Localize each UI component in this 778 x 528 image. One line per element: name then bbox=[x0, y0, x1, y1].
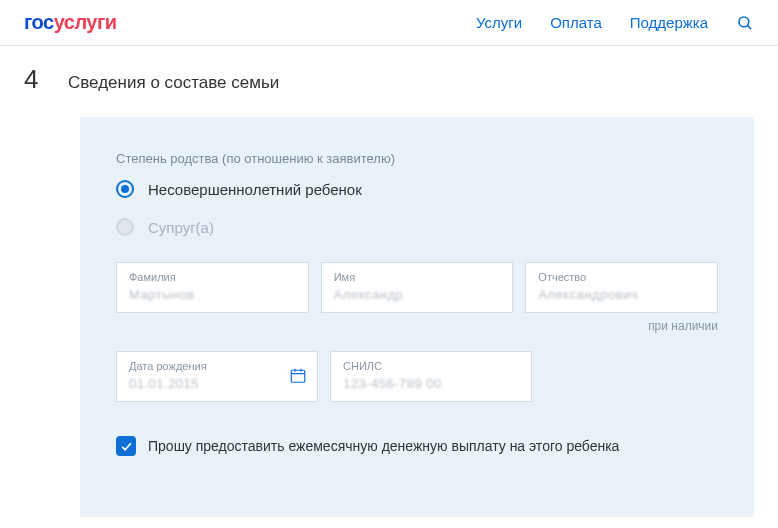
nav-services[interactable]: Услуги bbox=[476, 14, 522, 31]
nav: Услуги Оплата Поддержка bbox=[476, 14, 754, 32]
surname-label: Фамилия bbox=[129, 271, 296, 283]
page-body: 4 Сведения о составе семьи Степень родст… bbox=[0, 46, 778, 517]
name-field[interactable]: Имя Александр bbox=[321, 262, 514, 313]
logo[interactable]: госуслуги bbox=[24, 11, 117, 34]
nav-support[interactable]: Поддержка bbox=[630, 14, 708, 31]
surname-value: Мартынов bbox=[129, 287, 296, 302]
search-icon[interactable] bbox=[736, 14, 754, 32]
snils-label: СНИЛС bbox=[343, 360, 519, 372]
payment-checkbox-label: Прошу предоставить ежемесячную денежную … bbox=[148, 438, 619, 454]
patronymic-hint: при наличии bbox=[116, 319, 718, 333]
birthdate-label: Дата рождения bbox=[129, 360, 305, 372]
patronymic-value: Александрович bbox=[538, 287, 705, 302]
snils-value: 123-456-789 00 bbox=[343, 376, 519, 391]
birthdate-value: 01.01.2015 bbox=[129, 376, 305, 391]
relationship-group-label: Степень родства (по отношению к заявител… bbox=[116, 151, 718, 166]
step-number: 4 bbox=[24, 64, 44, 95]
name-fields-row: Фамилия Мартынов Имя Александр Отчество … bbox=[116, 262, 718, 313]
svg-rect-2 bbox=[291, 370, 305, 382]
svg-point-0 bbox=[739, 17, 749, 27]
id-fields-row: Дата рождения 01.01.2015 СНИЛС 123-456-7… bbox=[116, 351, 718, 402]
header: госуслуги Услуги Оплата Поддержка bbox=[0, 0, 778, 46]
name-value: Александр bbox=[334, 287, 501, 302]
radio-icon bbox=[116, 180, 134, 198]
step-title: Сведения о составе семьи bbox=[68, 73, 279, 93]
form-panel: Степень родства (по отношению к заявител… bbox=[80, 117, 754, 517]
logo-part2: услуги bbox=[54, 11, 117, 33]
name-label: Имя bbox=[334, 271, 501, 283]
patronymic-label: Отчество bbox=[538, 271, 705, 283]
radio-label-child: Несовершеннолетний ребенок bbox=[148, 181, 362, 198]
calendar-icon[interactable] bbox=[289, 366, 307, 387]
patronymic-field[interactable]: Отчество Александрович bbox=[525, 262, 718, 313]
logo-part1: гос bbox=[24, 11, 54, 33]
radio-option-spouse: Супруг(а) bbox=[116, 218, 718, 236]
checkbox-checked-icon bbox=[116, 436, 136, 456]
payment-checkbox-row[interactable]: Прошу предоставить ежемесячную денежную … bbox=[116, 436, 718, 456]
radio-option-child[interactable]: Несовершеннолетний ребенок bbox=[116, 180, 718, 198]
nav-payment[interactable]: Оплата bbox=[550, 14, 602, 31]
snils-field[interactable]: СНИЛС 123-456-789 00 bbox=[330, 351, 532, 402]
radio-icon bbox=[116, 218, 134, 236]
radio-label-spouse: Супруг(а) bbox=[148, 219, 214, 236]
svg-line-1 bbox=[747, 25, 751, 29]
step-header: 4 Сведения о составе семьи bbox=[24, 64, 754, 95]
surname-field[interactable]: Фамилия Мартынов bbox=[116, 262, 309, 313]
birthdate-field[interactable]: Дата рождения 01.01.2015 bbox=[116, 351, 318, 402]
